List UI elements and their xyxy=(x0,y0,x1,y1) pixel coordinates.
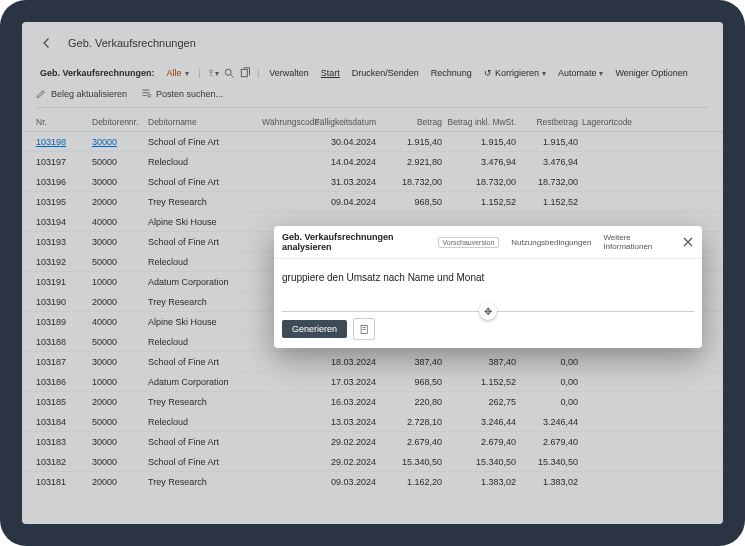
cell-betrag-mwst: 1.383,02 xyxy=(446,477,516,487)
attach-button[interactable] xyxy=(353,318,375,340)
cell-nr[interactable]: 103194 xyxy=(36,217,88,227)
terms-link[interactable]: Nutzungsbedingungen xyxy=(511,238,591,247)
table-row[interactable]: 10319630000School of Fine Art31.03.20241… xyxy=(22,172,723,192)
cell-debitorennr[interactable]: 50000 xyxy=(92,417,144,427)
beleg-aktualisieren-button[interactable]: Beleg aktualisieren xyxy=(36,88,127,99)
cell-nr[interactable]: 103191 xyxy=(36,277,88,287)
cell-debitorname: School of Fine Art xyxy=(148,237,258,247)
analyze-dialog: Geb. Verkaufsrechnungen analysieren Vors… xyxy=(274,226,702,348)
col-restbetrag[interactable]: Restbetrag xyxy=(520,117,578,127)
cell-debitorname: Alpine Ski House xyxy=(148,317,258,327)
cell-debitorennr[interactable]: 50000 xyxy=(92,337,144,347)
posten-suchen-button[interactable]: Posten suchen... xyxy=(141,88,223,99)
drag-handle[interactable]: ✥ xyxy=(479,302,497,320)
cell-restbetrag: 2.679,40 xyxy=(520,437,578,447)
cell-debitorennr[interactable]: 50000 xyxy=(92,157,144,167)
verwalten-menu[interactable]: Verwalten xyxy=(265,66,313,80)
weniger-optionen[interactable]: Weniger Optionen xyxy=(611,66,691,80)
cell-debitorennr[interactable]: 30000 xyxy=(92,177,144,187)
cell-debitorennr[interactable]: 40000 xyxy=(92,217,144,227)
table-row[interactable]: 10319830000School of Fine Art30.04.20241… xyxy=(22,132,723,152)
cell-faelligkeit: 16.03.2024 xyxy=(314,397,376,407)
drucken-menu[interactable]: Drucken/Senden xyxy=(348,66,423,80)
col-waehrung[interactable]: Währungscode xyxy=(262,117,310,127)
cell-nr[interactable]: 103185 xyxy=(36,397,88,407)
cell-betrag-mwst: 1.915,40 xyxy=(446,137,516,147)
cell-faelligkeit: 31.03.2024 xyxy=(314,177,376,187)
close-button[interactable] xyxy=(681,235,694,249)
cell-debitorennr[interactable]: 30000 xyxy=(92,437,144,447)
cell-nr[interactable]: 103193 xyxy=(36,237,88,247)
table-row[interactable]: 10318330000School of Fine Art29.02.20242… xyxy=(22,432,723,452)
cell-debitorennr[interactable]: 10000 xyxy=(92,377,144,387)
table-row[interactable]: 10318120000Trey Research09.03.20241.162,… xyxy=(22,472,723,492)
table-row[interactable]: 10318520000Trey Research16.03.2024220,80… xyxy=(22,392,723,412)
copy-icon[interactable] xyxy=(239,67,251,79)
cell-faelligkeit: 13.03.2024 xyxy=(314,417,376,427)
cell-nr[interactable]: 103196 xyxy=(36,177,88,187)
cell-debitorennr[interactable]: 40000 xyxy=(92,317,144,327)
korrigieren-label: Korrigieren xyxy=(495,68,539,78)
cell-faelligkeit: 29.02.2024 xyxy=(314,437,376,447)
cell-debitorennr[interactable]: 30000 xyxy=(92,137,144,147)
rechnung-menu[interactable]: Rechnung xyxy=(427,66,476,80)
cell-nr[interactable]: 103195 xyxy=(36,197,88,207)
cell-debitorennr[interactable]: 20000 xyxy=(92,297,144,307)
cell-debitorennr[interactable]: 30000 xyxy=(92,357,144,367)
korrigieren-menu[interactable]: ↺ Korrigieren ▾ xyxy=(480,66,550,80)
edit-icon xyxy=(36,88,47,99)
back-button[interactable] xyxy=(36,32,58,54)
cell-nr[interactable]: 103184 xyxy=(36,417,88,427)
view-label: Geb. Verkaufsrechnungen: xyxy=(36,66,159,80)
cell-nr[interactable]: 103188 xyxy=(36,337,88,347)
cell-debitorennr[interactable]: 30000 xyxy=(92,457,144,467)
cell-debitorennr[interactable]: 20000 xyxy=(92,477,144,487)
cell-nr[interactable]: 103189 xyxy=(36,317,88,327)
cell-debitorennr[interactable]: 30000 xyxy=(92,237,144,247)
undo-icon: ↺ xyxy=(484,68,492,78)
table-row[interactable]: 10318610000Adatum Corporation17.03.20249… xyxy=(22,372,723,392)
cell-nr[interactable]: 103181 xyxy=(36,477,88,487)
col-betrag-mwst[interactable]: Betrag inkl. MwSt. xyxy=(446,117,516,127)
cell-debitorennr[interactable]: 20000 xyxy=(92,197,144,207)
col-nr[interactable]: Nr. xyxy=(36,117,88,127)
cell-debitorname: Trey Research xyxy=(148,297,258,307)
table-row[interactable]: 10318450000Relecloud13.03.20242.728,103.… xyxy=(22,412,723,432)
table-row[interactable]: 10318730000School of Fine Art18.03.20243… xyxy=(22,352,723,372)
cell-nr[interactable]: 103192 xyxy=(36,257,88,267)
more-info-link[interactable]: Weitere Informationen xyxy=(603,233,675,251)
cell-betrag: 18.732,00 xyxy=(380,177,442,187)
search-icon[interactable] xyxy=(223,67,235,79)
col-betrag[interactable]: Betrag xyxy=(380,117,442,127)
cell-restbetrag: 0,00 xyxy=(520,357,578,367)
cell-nr[interactable]: 103183 xyxy=(36,437,88,447)
filter-dropdown[interactable]: Alle ▾ xyxy=(163,66,193,80)
cell-nr[interactable]: 103198 xyxy=(36,137,88,147)
generate-button[interactable]: Generieren xyxy=(282,320,347,338)
cell-nr[interactable]: 103182 xyxy=(36,457,88,467)
cell-debitorennr[interactable]: 20000 xyxy=(92,397,144,407)
cell-debitorname: Adatum Corporation xyxy=(148,377,258,387)
cell-debitorennr[interactable]: 10000 xyxy=(92,277,144,287)
cell-nr[interactable]: 103187 xyxy=(36,357,88,367)
analyze-icon[interactable]: ▾ xyxy=(207,67,219,79)
cell-debitorname: Trey Research xyxy=(148,197,258,207)
col-debitorname[interactable]: Debitorname xyxy=(148,117,258,127)
automate-menu[interactable]: Automate ▾ xyxy=(554,66,608,80)
cell-nr[interactable]: 103197 xyxy=(36,157,88,167)
cell-debitorennr[interactable]: 50000 xyxy=(92,257,144,267)
col-debitorennr[interactable]: Debitorennr. xyxy=(92,117,144,127)
table-row[interactable]: 10319750000Relecloud14.04.20242.921,803.… xyxy=(22,152,723,172)
cell-debitorname: Trey Research xyxy=(148,397,258,407)
table-row[interactable]: 10318230000School of Fine Art29.02.20241… xyxy=(22,452,723,472)
cell-nr[interactable]: 103186 xyxy=(36,377,88,387)
svg-point-3 xyxy=(148,94,151,97)
preview-badge: Vorschauversion xyxy=(438,237,500,248)
col-faelligkeit[interactable]: Fälligkeitsdatum xyxy=(314,117,376,127)
start-menu[interactable]: Start xyxy=(317,66,344,80)
col-lagerort[interactable]: Lagerortcode xyxy=(582,117,632,127)
tablet-frame: Geb. Verkaufsrechnungen Geb. Verkaufsrec… xyxy=(0,0,745,546)
cell-nr[interactable]: 103190 xyxy=(36,297,88,307)
filter-value: Alle xyxy=(167,68,182,78)
table-row[interactable]: 10319520000Trey Research09.04.2024968,50… xyxy=(22,192,723,212)
